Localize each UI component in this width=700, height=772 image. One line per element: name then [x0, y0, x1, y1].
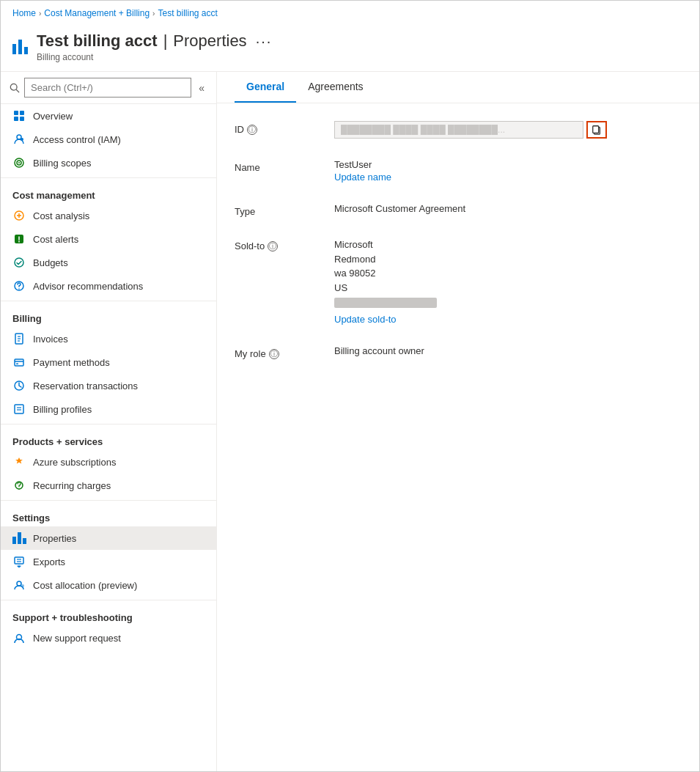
page-header: Test billing acct | Properties ··· Billi… [1, 26, 699, 72]
sidebar-item-billing-scopes[interactable]: Billing scopes [1, 151, 216, 174]
svg-point-7 [21, 138, 23, 141]
sidebar-item-invoices[interactable]: Invoices [1, 327, 216, 350]
my-role-label: My role ⓘ [235, 345, 323, 359]
sidebar-item-access-control[interactable]: Access control (IAM) [1, 128, 216, 151]
sidebar: « Overview Access control (IAM) [1, 72, 217, 771]
section-title-support: Support + troubleshooting [1, 603, 216, 626]
breadcrumb-cost-management[interactable]: Cost Management + Billing [44, 8, 150, 18]
svg-point-13 [15, 258, 23, 267]
sidebar-item-payment-methods[interactable]: Payment methods [1, 350, 216, 374]
id-input-field[interactable] [334, 121, 583, 139]
tab-agreements[interactable]: Agreements [296, 72, 375, 103]
sidebar-item-label-properties: Properties [33, 533, 76, 544]
search-icon [10, 83, 20, 93]
collapse-sidebar-button[interactable]: « [196, 81, 207, 95]
sidebar-item-label-azure-subscriptions: Azure subscriptions [33, 457, 116, 468]
azure-subscriptions-icon [12, 455, 26, 468]
property-row-my-role: My role ⓘ Billing account owner [235, 345, 682, 359]
sold-to-label: Sold-to ⓘ [235, 238, 323, 251]
copy-id-button[interactable] [586, 121, 607, 139]
svg-rect-4 [14, 117, 18, 121]
svg-point-33 [21, 584, 24, 587]
sidebar-item-billing-profiles[interactable]: Billing profiles [1, 397, 216, 421]
sidebar-item-exports[interactable]: Exports [1, 550, 216, 573]
sidebar-item-label-payment-methods: Payment methods [33, 357, 110, 368]
section-title-settings: Settings [1, 504, 216, 526]
breadcrumb-current[interactable]: Test billing acct [158, 8, 217, 18]
sidebar-item-label-exports: Exports [33, 556, 65, 567]
svg-point-15 [18, 288, 20, 290]
sidebar-item-cost-analysis[interactable]: Cost analysis [1, 204, 216, 227]
svg-rect-5 [20, 117, 24, 121]
my-role-value: Billing account owner [334, 345, 682, 356]
property-row-id: ID ⓘ [235, 121, 682, 139]
type-value: Microsoft Customer Agreement [334, 203, 682, 214]
sold-to-line-3: wa 98052 [334, 266, 682, 281]
billing-scopes-icon [12, 156, 26, 169]
sidebar-item-new-support-request[interactable]: New support request [1, 626, 216, 650]
sidebar-item-advisor[interactable]: Advisor recommendations [1, 274, 216, 298]
svg-rect-22 [16, 364, 18, 365]
sold-to-line-4: US [334, 281, 682, 295]
sidebar-item-properties[interactable]: Properties [1, 526, 216, 550]
breadcrumb-home[interactable]: Home [12, 8, 36, 18]
page-title-properties: Properties [173, 32, 246, 51]
svg-point-28 [18, 488, 19, 489]
properties-panel: ID ⓘ Name [217, 103, 699, 397]
budgets-icon [12, 256, 26, 269]
sidebar-item-reservation-transactions[interactable]: Reservation transactions [1, 374, 216, 397]
page-title-billing: Test billing acct [37, 32, 158, 51]
my-role-info-icon[interactable]: ⓘ [269, 349, 279, 359]
id-value [334, 121, 682, 139]
sold-to-info-icon[interactable]: ⓘ [268, 241, 278, 251]
access-control-icon [12, 133, 26, 146]
billing-profiles-icon [12, 402, 26, 416]
svg-rect-24 [15, 405, 23, 413]
name-text: TestUser [334, 159, 682, 170]
sidebar-item-label-advisor: Advisor recommendations [33, 281, 143, 292]
svg-point-10 [18, 162, 20, 163]
search-input[interactable] [24, 78, 191, 98]
name-value: TestUser Update name [334, 159, 682, 183]
sold-to-value: Microsoft Redmond wa 98052 US Update sol… [334, 238, 682, 325]
type-label: Type [235, 203, 323, 217]
sidebar-item-label-iam: Access control (IAM) [33, 134, 121, 145]
cost-allocation-icon [12, 578, 26, 592]
property-row-sold-to: Sold-to ⓘ Microsoft Redmond wa 98052 US … [235, 238, 682, 325]
divider-cost-management [1, 177, 216, 178]
property-row-name: Name TestUser Update name [235, 159, 682, 183]
svg-point-0 [10, 84, 17, 90]
sidebar-item-cost-alerts[interactable]: Cost alerts [1, 227, 216, 251]
update-name-link[interactable]: Update name [334, 172, 682, 183]
overview-icon [12, 109, 26, 122]
update-sold-to-link[interactable]: Update sold-to [334, 314, 682, 325]
property-row-type: Type Microsoft Customer Agreement [235, 203, 682, 217]
breadcrumb-sep1: › [39, 10, 41, 18]
sidebar-item-cost-allocation[interactable]: Cost allocation (preview) [1, 573, 216, 597]
section-title-billing: Billing [1, 304, 216, 327]
billing-icon [12, 40, 28, 54]
sold-to-blurred [334, 298, 437, 308]
cost-analysis-icon [12, 209, 26, 222]
content-area: General Agreements ID ⓘ [217, 72, 699, 771]
svg-line-1 [16, 89, 19, 92]
exports-icon [12, 555, 26, 568]
more-options-button[interactable]: ··· [256, 33, 273, 50]
id-info-icon[interactable]: ⓘ [247, 125, 257, 135]
svg-rect-3 [20, 111, 24, 115]
properties-icon [12, 532, 26, 545]
reservation-transactions-icon [12, 379, 26, 392]
id-label: ID ⓘ [235, 121, 323, 135]
sidebar-item-overview[interactable]: Overview [1, 104, 216, 128]
tab-general[interactable]: General [235, 72, 296, 103]
sidebar-item-recurring-charges[interactable]: Recurring charges [1, 474, 216, 497]
search-box: « [1, 72, 216, 104]
invoices-icon [12, 332, 26, 345]
name-label: Name [235, 159, 323, 173]
sidebar-item-budgets[interactable]: Budgets [1, 251, 216, 274]
sidebar-item-label-overview: Overview [33, 111, 73, 122]
recurring-charges-icon [12, 479, 26, 492]
sidebar-item-label-cost-analysis: Cost analysis [33, 210, 89, 221]
copy-icon [592, 125, 602, 135]
sidebar-item-azure-subscriptions[interactable]: Azure subscriptions [1, 450, 216, 474]
